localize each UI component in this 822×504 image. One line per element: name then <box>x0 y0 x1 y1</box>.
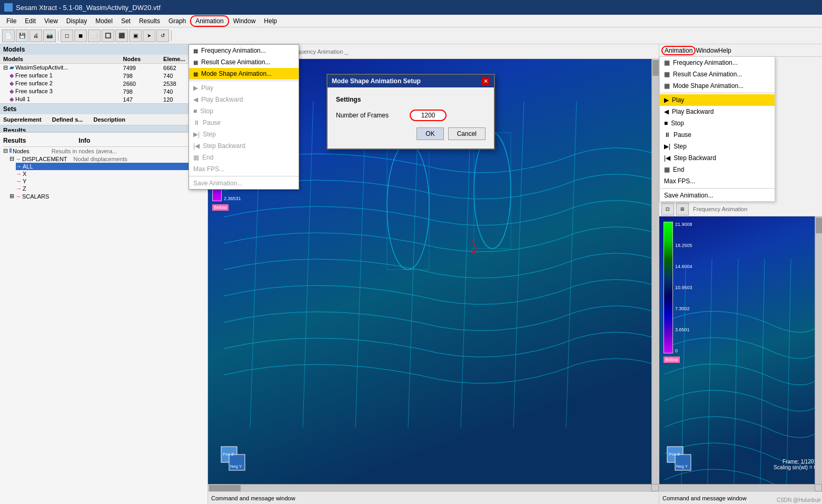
watermark: CSDN @Hulunbuir <box>777 497 821 503</box>
z-label: Z <box>23 185 26 192</box>
svg-marker-5 <box>471 249 477 254</box>
left-result-animation[interactable]: ▦ Result Case Animation... <box>189 56 299 68</box>
nodes-tree-item[interactable]: ⊟ Ⅱ Nodes Results in nodes (avera... <box>3 147 204 155</box>
app-title: Sesam Xtract - 5.1-08_WasimActivity_DW20… <box>16 4 161 12</box>
scalars-tree-item[interactable]: ⊞ → SCALARS <box>9 192 204 200</box>
right-freq-animation[interactable]: ▦ Frequency Animation... <box>660 57 775 68</box>
below-label-right: Below <box>663 357 680 363</box>
left-max-fps: Max FPS... <box>189 163 299 175</box>
sets-col-desc: Description <box>93 116 125 123</box>
toolbar-rot[interactable]: ↺ <box>156 29 169 42</box>
vp-scrollbar-right-left[interactable] <box>651 59 659 484</box>
menu-results[interactable]: Results <box>135 16 164 26</box>
z-tree-item[interactable]: → Z <box>16 185 204 192</box>
toolbar-3d3[interactable]: ⬜ <box>88 29 101 42</box>
menu-window[interactable]: Window <box>229 16 260 26</box>
y-label: Y <box>23 178 26 184</box>
modal-close-button[interactable]: ✕ <box>481 77 490 85</box>
right-step[interactable]: ▶| Step <box>660 141 775 152</box>
table-row[interactable]: ⊟ ▰ WasimSetupActivit... 7499 6662 <box>0 64 207 72</box>
displacement-tree-item[interactable]: ⊟ → DISPLACEMENT Nodal displacements <box>9 155 204 163</box>
table-row[interactable]: ◆ Hull 1 147 120 <box>0 95 207 103</box>
right-stop[interactable]: ■ Stop <box>660 117 775 129</box>
menu-model[interactable]: Model <box>91 16 117 26</box>
toolbar-cam[interactable]: 📷 <box>43 29 56 42</box>
toolbar-arr[interactable]: ➤ <box>143 29 155 42</box>
menu-view[interactable]: View <box>40 16 62 26</box>
right-play[interactable]: ▶ Play <box>660 94 775 106</box>
left-stop-icon: ■ <box>193 107 197 115</box>
right-play-backward[interactable]: ◀ Play Backward <box>660 106 775 117</box>
toolbar-save[interactable]: 💾 <box>16 29 28 42</box>
svg-text:Neg Y: Neg Y <box>676 464 688 469</box>
menu-file[interactable]: File <box>2 16 21 26</box>
right-save-animation[interactable]: Save Animation... <box>660 190 775 201</box>
menu-graph[interactable]: Graph <box>164 16 190 26</box>
menu-animation[interactable]: Animation <box>190 15 229 27</box>
modal-buttons: OK Cancel <box>336 127 486 140</box>
right-menu-window[interactable]: Window <box>696 47 718 54</box>
command-label-right: Command and message window <box>662 495 747 501</box>
toolbar-3d4[interactable]: 🔲 <box>102 29 114 42</box>
modal-ok-button[interactable]: OK <box>417 127 443 140</box>
right-mode-icon: ▦ <box>664 82 670 90</box>
svg-point-1 <box>474 133 511 249</box>
center-right-area: ⊡ ⊞ 🔍 ✥ ↺ Frequency Animation _ <box>208 44 822 504</box>
right-result-animation[interactable]: ▦ Result Case Animation... <box>660 68 775 80</box>
toolbar-print[interactable]: 🖨 <box>29 29 42 42</box>
sets-columns: Superelement Defined s... Description <box>0 114 207 125</box>
menu-help[interactable]: Help <box>260 16 281 26</box>
vp-scrollbar-right-right[interactable] <box>815 216 822 484</box>
command-window-left: Command and message window <box>208 491 659 504</box>
toolbar-3d6[interactable]: ▣ <box>129 29 142 42</box>
mode-shape-dialog[interactable]: Mode Shape Animation Setup ✕ Settings Nu… <box>326 74 495 150</box>
left-result-icon: ▦ <box>193 60 198 65</box>
results-tree-section: Results Info ⊟ Ⅱ Nodes Results in nodes … <box>0 132 207 504</box>
table-row[interactable]: ◆ Free surface 2 2660 2538 <box>0 80 207 87</box>
y-tree-item[interactable]: → Y <box>16 177 204 185</box>
right-3d-viewport[interactable]: 21.9008 18.2505 14.6004 10.9503 7.3002 3… <box>659 216 822 491</box>
results-in-nodes: Results in nodes (avera... <box>52 148 117 154</box>
num-frames-input[interactable] <box>410 110 447 121</box>
x-tree-item[interactable]: → X <box>16 170 204 177</box>
right-vp-btn2[interactable]: ⊞ <box>676 203 689 215</box>
toolbar-3d2[interactable]: ◼ <box>74 29 87 42</box>
menu-set[interactable]: Set <box>117 16 135 26</box>
right-end-icon: ▦ <box>664 166 670 173</box>
right-menu-help[interactable]: Help <box>718 47 731 54</box>
right-pause[interactable]: ⏸ Pause <box>660 129 775 141</box>
right-viewport-toolbar: ⊡ ⊞ Frequency Animation <box>659 202 822 216</box>
toolbar-3d1[interactable]: ◻ <box>61 29 73 42</box>
vp-scrollbar-bottom-right[interactable] <box>659 484 815 491</box>
toolbar-3d5[interactable]: ⬛ <box>115 29 128 42</box>
right-end[interactable]: ▦ End <box>660 164 775 175</box>
table-row[interactable]: ◆ Free surface 1 798 740 <box>0 72 207 80</box>
right-step-backward[interactable]: |◀ Step Backward <box>660 152 775 164</box>
sets-header: Sets <box>0 104 207 114</box>
results-controls-header: Results <box>0 125 207 132</box>
results-tree-header: Results Info <box>3 135 204 147</box>
menu-edit[interactable]: Edit <box>21 16 40 26</box>
toolbar-new[interactable]: 📄 <box>2 29 15 42</box>
right-menu-animation[interactable]: Animation <box>661 46 696 55</box>
right-section: Animation Window Help ▦ Frequency Animat… <box>659 44 822 504</box>
modal-body: Settings Number of Frames OK Cancel <box>328 87 494 149</box>
menu-display[interactable]: Display <box>62 16 91 26</box>
all-tree-item[interactable]: → ALL <box>16 163 204 170</box>
left-play-icon: ▶ <box>193 84 198 92</box>
command-label-left: Command and message window <box>211 495 295 501</box>
modal-cancel-button[interactable]: Cancel <box>448 127 486 140</box>
table-row[interactable]: ◆ Free surface 3 798 740 <box>0 87 207 95</box>
results-tree-label: Results <box>3 137 26 144</box>
left-freq-animation[interactable]: ▦ Frequency Animation... <box>189 45 299 56</box>
left-mode-animation[interactable]: ▦ Mode Shape Animation... <box>189 68 299 80</box>
below-label-left: Below <box>212 204 229 211</box>
col-nodes: Nodes <box>120 55 161 64</box>
main-menubar: File Edit View Display Model Set Results… <box>0 15 822 27</box>
right-mode-animation[interactable]: ▦ Mode Shape Animation... <box>660 80 775 92</box>
models-section: Models Models Nodes Eleme... ⊟ ▰ WasimSe <box>0 44 207 104</box>
right-vp-btn1[interactable]: ⊡ <box>661 203 674 215</box>
left-save-animation: Save Animation... <box>189 177 299 189</box>
vp-scrollbar-bottom-left[interactable] <box>208 484 651 491</box>
right-max-fps[interactable]: Max FPS... <box>660 175 775 187</box>
